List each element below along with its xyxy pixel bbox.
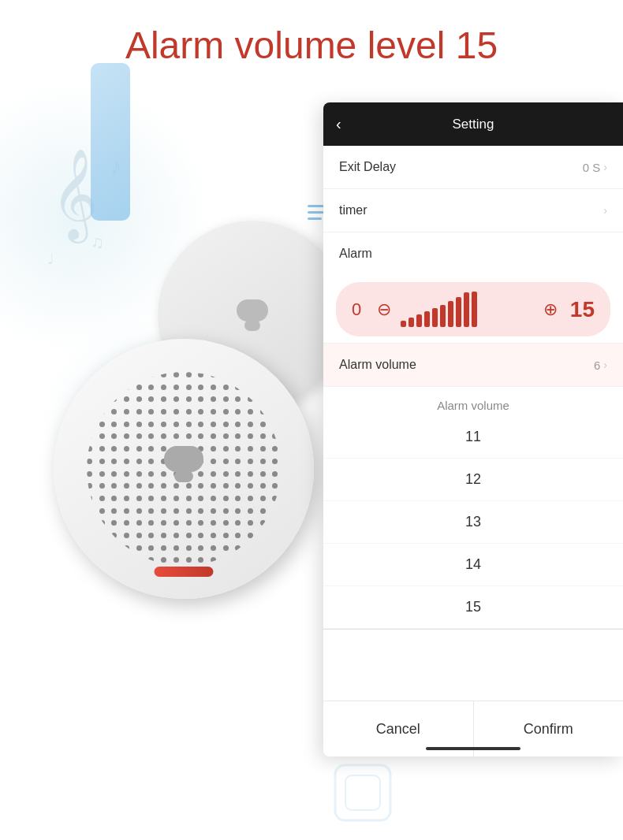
timer-row[interactable]: timer › — [323, 189, 623, 232]
alarm-label: Alarm — [339, 247, 372, 261]
timer-value: › — [603, 204, 607, 217]
svg-rect-5 — [244, 320, 260, 331]
slider-plus-button[interactable]: ⊕ — [543, 299, 558, 320]
svg-rect-9 — [345, 775, 380, 810]
exit-delay-value: 0 S › — [583, 161, 607, 174]
exit-delay-label: Exit Delay — [339, 160, 396, 174]
title-prefix: Alarm volume — [125, 24, 367, 66]
svg-rect-7 — [174, 470, 193, 482]
volume-picker: Alarm volume 11 12 13 14 15 — [323, 387, 623, 629]
alarm-row[interactable]: Alarm — [323, 232, 623, 276]
alarm-volume-value: 6 › — [594, 359, 607, 372]
device-logo-front — [162, 446, 206, 482]
page-title: Alarm volume level 15 — [0, 24, 623, 67]
app-header-title: Setting — [453, 117, 494, 132]
exit-delay-chevron: › — [603, 161, 607, 173]
app-panel: ‹ Setting Exit Delay 0 S › timer › Alarm… — [323, 102, 623, 756]
alarm-device-front — [54, 339, 314, 599]
slider-bars — [401, 292, 534, 327]
slider-minus-button[interactable]: ⊖ — [377, 299, 391, 320]
svg-rect-4 — [237, 299, 268, 322]
volume-picker-item-11[interactable]: 11 — [323, 416, 623, 459]
alarm-volume-row[interactable]: Alarm volume 6 › — [323, 344, 623, 387]
back-button[interactable]: ‹ — [336, 115, 341, 133]
divider — [323, 629, 623, 630]
exit-delay-row[interactable]: Exit Delay 0 S › — [323, 146, 623, 189]
volume-picker-title: Alarm volume — [323, 387, 623, 416]
volume-picker-item-14[interactable]: 14 — [323, 544, 623, 586]
timer-label: timer — [339, 203, 367, 217]
device-logo-back — [233, 299, 271, 331]
svg-rect-6 — [164, 446, 203, 472]
slider-current-value: 15 — [567, 297, 595, 322]
title-highlight: level 15 — [367, 24, 498, 66]
timer-chevron: › — [603, 204, 607, 217]
home-indicator — [426, 747, 520, 750]
bottom-decoration — [331, 761, 394, 824]
volume-picker-item-13[interactable]: 13 — [323, 501, 623, 544]
page-title-area: Alarm volume level 15 — [0, 24, 623, 67]
device-red-indicator — [155, 567, 214, 577]
phone-mockup — [91, 63, 130, 221]
alarm-volume-chevron: › — [603, 359, 607, 371]
volume-slider[interactable]: 0 ⊖ ⊕ 15 — [336, 282, 610, 336]
slider-zero: 0 — [352, 299, 367, 320]
alarm-volume-label: Alarm volume — [339, 358, 416, 372]
svg-rect-8 — [335, 765, 390, 820]
volume-picker-item-15[interactable]: 15 — [323, 586, 623, 629]
volume-picker-item-12[interactable]: 12 — [323, 459, 623, 501]
app-header: ‹ Setting — [323, 102, 623, 146]
alarm-slider-section: Alarm 0 ⊖ ⊕ 15 — [323, 232, 623, 344]
